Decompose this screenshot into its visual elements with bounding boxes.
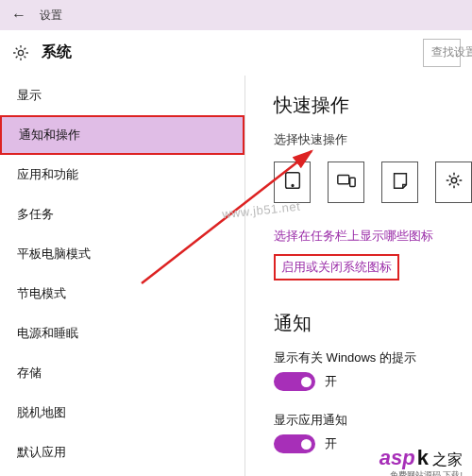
- quick-actions-row: [274, 162, 472, 203]
- svg-rect-4: [349, 178, 355, 186]
- quick-action-settings[interactable]: [435, 162, 472, 203]
- toggle-state: 开: [325, 435, 337, 452]
- sidebar-item-label: 脱机地图: [17, 404, 66, 421]
- svg-point-5: [451, 178, 457, 183]
- search-placeholder: 查找设置: [431, 44, 472, 60]
- sidebar-item-multitask[interactable]: 多任务: [0, 195, 244, 234]
- toggle-knob: [301, 377, 312, 387]
- sidebar-item-notifications[interactable]: 通知和操作: [0, 115, 244, 155]
- section-title: 系统: [42, 42, 72, 62]
- quick-action-connect[interactable]: [328, 162, 364, 203]
- sidebar-item-apps[interactable]: 应用和功能: [0, 155, 244, 195]
- svg-rect-3: [337, 176, 348, 184]
- gear-icon: [11, 43, 30, 62]
- toggle-row-windows-tips: 显示有关 Windows 的提示 开: [274, 349, 472, 395]
- notifications-title: 通知: [274, 311, 472, 336]
- toggle-label: 显示应用通知: [274, 412, 472, 429]
- toggle-state: 开: [325, 373, 337, 390]
- sidebar: 显示 通知和操作 应用和功能 多任务 平板电脑模式 节电模式 电源和睡眠 存储 …: [0, 76, 245, 476]
- quick-actions-title: 快速操作: [274, 93, 472, 118]
- sidebar-item-label: 存储: [17, 365, 42, 382]
- sidebar-item-defaultapps[interactable]: 默认应用: [0, 433, 244, 472]
- title-bar: ← 设置: [0, 0, 472, 30]
- sidebar-item-battery[interactable]: 节电模式: [0, 274, 244, 314]
- link-taskbar-icons[interactable]: 选择在任务栏上显示哪些图标: [274, 228, 472, 245]
- sidebar-item-offlinemaps[interactable]: 脱机地图: [0, 393, 244, 433]
- toggle-row-app-notify: 显示应用通知 开: [274, 412, 472, 457]
- sidebar-item-label: 节电模式: [17, 285, 66, 302]
- svg-point-0: [18, 50, 23, 55]
- search-input[interactable]: 查找设置: [423, 39, 461, 67]
- toggle-app-notify[interactable]: 开: [274, 434, 337, 453]
- sidebar-item-storage[interactable]: 存储: [0, 353, 244, 393]
- quick-action-tablet[interactable]: [274, 162, 311, 203]
- toggle-windows-tips[interactable]: 开: [274, 372, 337, 391]
- window-title: 设置: [40, 8, 62, 24]
- note-icon: [390, 170, 411, 195]
- svg-point-2: [292, 185, 294, 187]
- toggle-knob: [301, 439, 312, 450]
- toggle-track: [274, 434, 315, 453]
- content-area: 显示 通知和操作 应用和功能 多任务 平板电脑模式 节电模式 电源和睡眠 存储 …: [0, 76, 472, 476]
- sidebar-item-display[interactable]: 显示: [0, 76, 244, 115]
- sidebar-item-label: 默认应用: [17, 444, 66, 461]
- quick-actions-sub: 选择快速操作: [274, 131, 472, 148]
- connect-icon: [336, 170, 357, 195]
- sidebar-item-label: 多任务: [17, 206, 54, 223]
- sidebar-item-label: 显示: [17, 87, 42, 104]
- sidebar-item-tablet[interactable]: 平板电脑模式: [0, 234, 244, 274]
- sidebar-item-label: 平板电脑模式: [17, 246, 91, 263]
- header: 系统 查找设置: [0, 30, 472, 76]
- toggle-track: [274, 372, 315, 391]
- footer-sub: 免费网站源码 下载!: [390, 469, 463, 476]
- sidebar-item-about[interactable]: 关于: [0, 472, 244, 476]
- back-icon[interactable]: ←: [11, 8, 26, 23]
- sidebar-item-label: 通知和操作: [19, 127, 80, 144]
- tablet-icon: [282, 170, 303, 195]
- quick-action-note[interactable]: [381, 162, 418, 203]
- toggle-label: 显示有关 Windows 的提示: [274, 349, 472, 366]
- main-panel: 快速操作 选择快速操作: [245, 76, 472, 476]
- sidebar-item-power[interactable]: 电源和睡眠: [0, 314, 244, 353]
- sidebar-item-label: 电源和睡眠: [17, 325, 78, 342]
- link-system-icons[interactable]: 启用或关闭系统图标: [274, 254, 399, 280]
- sidebar-item-label: 应用和功能: [17, 166, 78, 183]
- gear-icon: [444, 170, 464, 195]
